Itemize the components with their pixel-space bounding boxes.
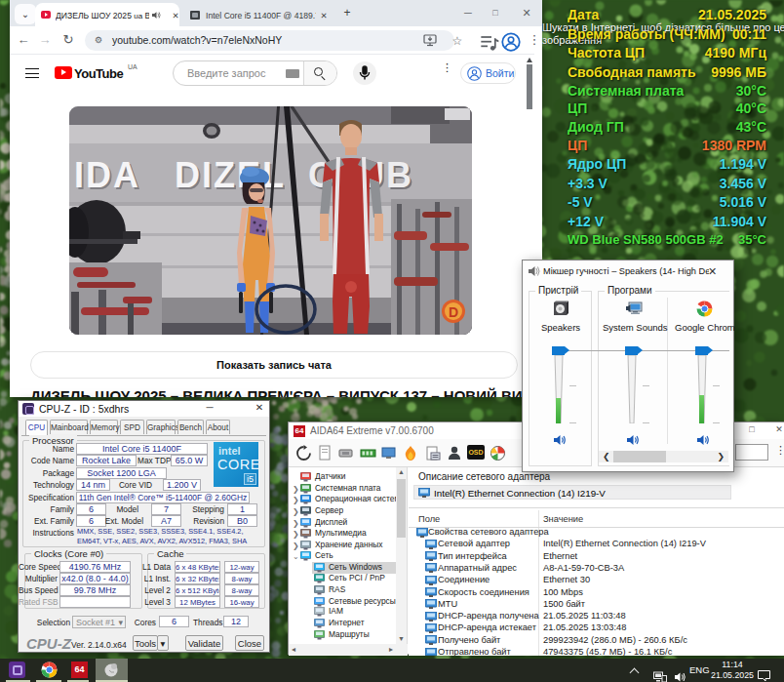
- svg-text:IDA: IDA: [74, 155, 140, 195]
- svg-text:D: D: [449, 304, 458, 320]
- svg-text:DIZEL: DIZEL: [175, 155, 286, 195]
